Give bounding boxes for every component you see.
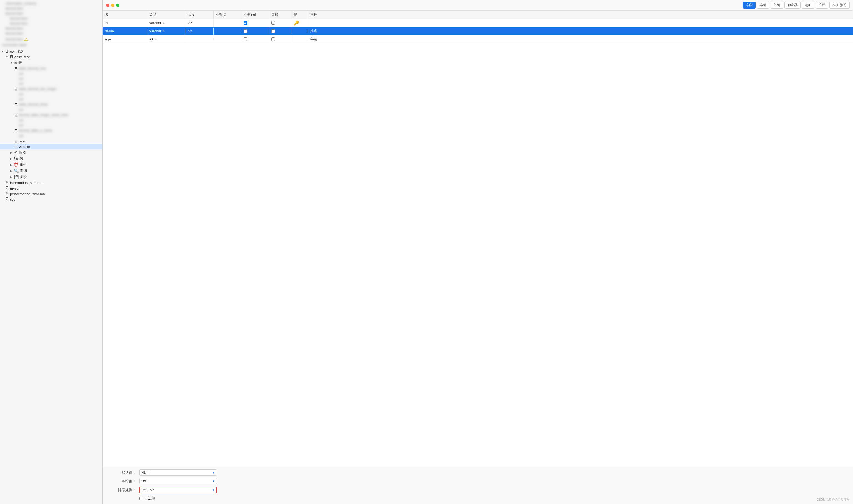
- sidebar-item-mysql[interactable]: 🗄 mysql: [0, 185, 102, 191]
- sidebar-item-blurred-col-5[interactable]: col: [0, 97, 102, 102]
- sidebar-item-blurred-5[interactable]: blurred item: [0, 26, 102, 31]
- sidebar-item-blurred-7[interactable]: blurred item ⚠: [0, 36, 102, 42]
- sidebar-item-blurred-col-8[interactable]: col: [0, 123, 102, 128]
- collapse-arrow-icon: ▼: [1, 50, 5, 53]
- toolbar: 字段 索引 外键 触发器 选项 注释 SQL 预览: [103, 0, 853, 11]
- tab-sql-preview-button[interactable]: SQL 预览: [830, 2, 850, 8]
- main-panel: 字段 索引 外键 触发器 选项 注释 SQL 预览 名 类型 长度 小数点 不是…: [103, 0, 853, 504]
- sidebar-item-label: daily_test: [14, 55, 100, 59]
- sidebar-item-blurred-col-1[interactable]: col: [0, 71, 102, 76]
- sidebar-item-blurred-col-7[interactable]: col: [0, 118, 102, 123]
- tab-options-button[interactable]: 选项: [802, 2, 815, 8]
- sidebar-item-daily-test[interactable]: ▼ 🗄 daily_test: [0, 54, 102, 60]
- sidebar-item-blurred-col-2[interactable]: col: [0, 76, 102, 81]
- type-spinner-icon[interactable]: ⇅: [154, 38, 157, 41]
- sidebar-item-views-group[interactable]: ▶ 👁 视图: [0, 149, 102, 156]
- col-header-name: 名: [103, 11, 147, 19]
- database-icon: 🗄: [10, 55, 13, 59]
- sidebar-item-unknown-connection[interactable]: information_schema: [0, 1, 102, 6]
- sidebar-item-info-schema[interactable]: 🗄 information_schema: [0, 180, 102, 185]
- sidebar-item-blurred-table-a[interactable]: ⊞ table_blurred_one: [0, 66, 102, 71]
- sidebar-item-blurred-6[interactable]: blurred item: [0, 31, 102, 36]
- field-table: id varchar ⇅ 32 🔑 name varchar ⇅: [103, 19, 853, 466]
- sidebar-item-blurred-connection-label[interactable]: connection label: [0, 42, 102, 48]
- virtual-checkbox-age[interactable]: [272, 37, 275, 41]
- sidebar-item-blurred-1[interactable]: blurred item: [0, 6, 102, 11]
- mac-close-button[interactable]: [106, 4, 109, 7]
- sidebar-item-blurred-table-e[interactable]: ⊞ blurred_table_e_name: [0, 128, 102, 133]
- tab-foreign-key-button[interactable]: 外键: [770, 2, 783, 8]
- mac-minimize-button[interactable]: [111, 4, 114, 7]
- primary-key-icon: 🔑: [294, 20, 299, 25]
- notnull-checkbox-id[interactable]: [244, 21, 247, 25]
- collapse-arrow-icon: ▼: [10, 61, 14, 64]
- field-name-age: age: [103, 36, 147, 43]
- default-value-selector[interactable]: NULL ▼: [139, 469, 217, 476]
- binary-checkbox[interactable]: [139, 497, 143, 500]
- mac-maximize-button[interactable]: [116, 4, 119, 7]
- sidebar-item-label: performance_schema: [10, 192, 100, 196]
- table-icon: ⊞: [14, 113, 18, 117]
- tab-comment-button[interactable]: 注释: [816, 2, 828, 8]
- virtual-checkbox-id[interactable]: [272, 21, 275, 25]
- binary-label: 二进制: [144, 496, 155, 501]
- field-row-id[interactable]: id varchar ⇅ 32 🔑: [103, 19, 853, 27]
- field-virtual-age[interactable]: [269, 36, 291, 42]
- database-icon: 🗄: [5, 197, 9, 201]
- field-notnull-id[interactable]: [241, 20, 269, 26]
- field-row-name[interactable]: name varchar ⇅ 32 姓名: [103, 27, 853, 35]
- notnull-checkbox-age[interactable]: [244, 37, 247, 41]
- charset-row: 字符集： utf8 ▼: [114, 478, 842, 484]
- sidebar-item-blurred-col-3[interactable]: col: [0, 81, 102, 86]
- sidebar-item-sys[interactable]: 🗄 sys: [0, 197, 102, 202]
- charset-selector[interactable]: utf8 ▼: [139, 478, 217, 484]
- sidebar-item-label: vehicle: [19, 145, 100, 149]
- sidebar-item-blurred-col-4[interactable]: col: [0, 92, 102, 97]
- sidebar-item-blurred-3[interactable]: blurred item: [0, 16, 102, 21]
- warning-icon: ⚠: [24, 37, 28, 42]
- collation-selector[interactable]: utf8_bin ▼: [139, 487, 217, 493]
- sidebar-item-table-user[interactable]: ⊞ user: [0, 138, 102, 144]
- virtual-checkbox-name[interactable]: [272, 30, 275, 33]
- type-spinner-icon[interactable]: ⇅: [162, 21, 164, 24]
- field-virtual-name[interactable]: [269, 28, 291, 34]
- binary-row: 二进制: [114, 496, 842, 501]
- field-notnull-name[interactable]: [241, 28, 269, 34]
- sidebar-item-backup-group[interactable]: ▶ 💾 备份: [0, 174, 102, 180]
- field-comment-name: 姓名: [308, 27, 853, 35]
- table-icon: ⊞: [14, 144, 18, 149]
- field-notnull-age[interactable]: [241, 36, 269, 42]
- field-name-name: name: [103, 28, 147, 35]
- default-value-arrow-icon: ▼: [212, 471, 215, 474]
- sidebar-item-blurred-col-9[interactable]: col: [0, 133, 102, 138]
- collation-row: 排序规则： utf8_bin ▼: [114, 487, 842, 493]
- sidebar-item-blurred-table-b[interactable]: ⊞ table_blurred_two_longer: [0, 86, 102, 92]
- collation-label: 排序规则：: [114, 488, 136, 493]
- sidebar-item-label: user: [19, 139, 100, 143]
- charset-value-text: utf8: [141, 479, 147, 483]
- sidebar-item-perf-schema[interactable]: 🗄 performance_schema: [0, 191, 102, 197]
- sidebar-item-blurred-4[interactable]: blurred item: [0, 21, 102, 26]
- type-spinner-icon[interactable]: ⇅: [162, 30, 164, 33]
- tab-trigger-button[interactable]: 触发器: [784, 2, 801, 8]
- field-length-id: 32: [186, 19, 214, 26]
- sidebar-item-blurred-table-c[interactable]: ⊞ table_blurred_three: [0, 102, 102, 107]
- sidebar-item-tables-group[interactable]: ▼ ⊞ 表: [0, 60, 102, 66]
- field-type-age: int ⇅: [147, 36, 186, 43]
- sidebar-item-own-80[interactable]: ▼ 🖥 own-8.0: [0, 49, 102, 54]
- sidebar-item-funcs-group[interactable]: ▶ f 函数: [0, 156, 102, 162]
- field-row-age[interactable]: age int ⇅ 年龄: [103, 35, 853, 43]
- sidebar-item-blurred-col-6[interactable]: col: [0, 107, 102, 112]
- sidebar-item-events-group[interactable]: ▶ ⏰ 事件: [0, 162, 102, 168]
- sidebar-item-queries-group[interactable]: ▶ 🔍 查询: [0, 168, 102, 174]
- notnull-checkbox-name[interactable]: [244, 30, 247, 33]
- tab-field-button[interactable]: 字段: [743, 2, 755, 8]
- sidebar-item-blurred-2[interactable]: blurred item: [0, 11, 102, 16]
- sidebar-item-blurred-table-d[interactable]: ⊞ blurred_table_longer_name_here: [0, 112, 102, 118]
- field-virtual-id[interactable]: [269, 20, 291, 26]
- events-icon: ⏰: [14, 162, 19, 167]
- collapse-arrow-icon: ▼: [5, 55, 10, 58]
- tab-index-button[interactable]: 索引: [757, 2, 769, 8]
- sidebar-item-table-vehicle[interactable]: ⊞ vehicle: [0, 144, 102, 149]
- table-icon: ⊞: [14, 87, 18, 91]
